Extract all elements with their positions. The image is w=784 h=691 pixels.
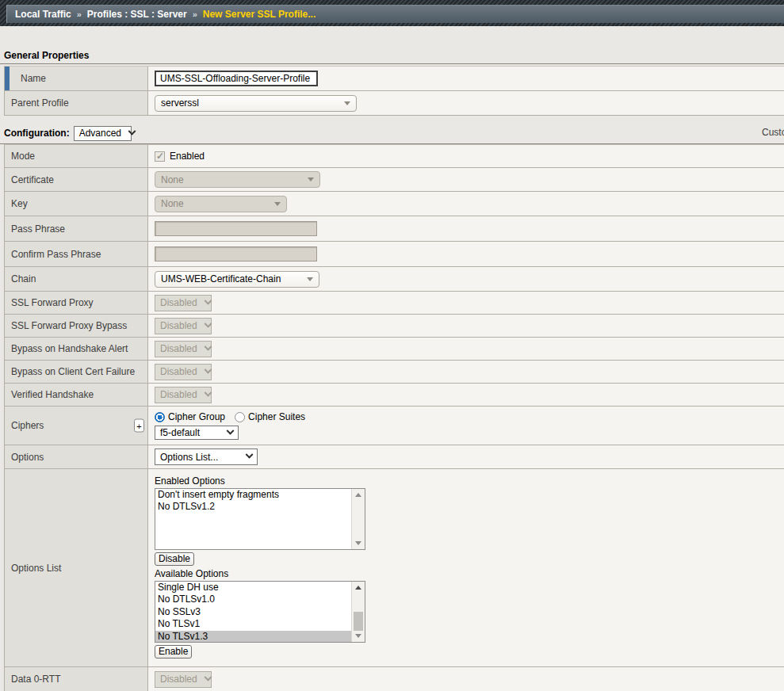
pass-phrase-value-cell — [148, 216, 784, 241]
configuration-table: Mode Enabled Certificate None Key None P… — [4, 144, 784, 691]
options-select[interactable]: Options List... — [155, 449, 258, 465]
chevron-down-icon — [204, 673, 212, 681]
bypass-on-handshake-alert-value: Disabled — [160, 343, 197, 354]
breadcrumb-separator: » — [193, 10, 197, 19]
table-row-options: Options Options List... — [5, 445, 784, 469]
custom-column-header: Custom — [762, 127, 784, 138]
dropdown-caret-icon — [307, 277, 313, 281]
data-0rtt-label: Data 0-RTT — [5, 667, 148, 691]
cipher-group-select[interactable]: f5-default — [155, 426, 239, 440]
table-row-ciphers: Ciphers + Cipher Group Cipher Suites f5-… — [5, 407, 784, 445]
table-row-ssl-forward-proxy: SSL Forward Proxy Disabled — [5, 292, 784, 315]
verified-handshake-label: Verified Handshake — [5, 384, 148, 406]
pass-phrase-label: Pass Phrase — [5, 216, 148, 241]
parent-profile-value-cell: serverssl — [148, 91, 784, 115]
cipher-group-select-value: f5-default — [160, 427, 200, 438]
certificate-dropdown: None — [155, 171, 320, 188]
chain-value-cell: UMS-WEB-Certificate-Chain — [148, 267, 784, 291]
configuration-level-value: Advanced — [79, 128, 121, 139]
scrollbar[interactable] — [351, 582, 365, 642]
chevron-down-icon — [204, 319, 212, 327]
confirm-pass-phrase-label: Confirm Pass Phrase — [5, 242, 148, 266]
list-option[interactable]: No DTLSv1.0 — [155, 594, 351, 606]
ssl-forward-proxy-bypass-value: Disabled — [160, 320, 197, 331]
breadcrumb-separator: » — [77, 10, 82, 19]
enable-button[interactable]: Enable — [155, 645, 192, 659]
certificate-value-cell: None — [148, 168, 784, 191]
options-list-label: Options List — [5, 469, 148, 666]
ssl-forward-proxy-value-cell: Disabled — [148, 292, 784, 314]
scroll-down-icon[interactable] — [352, 537, 365, 549]
options-list-value-cell: Enabled Options Don't insert empty fragm… — [148, 469, 784, 666]
data-0rtt-value-cell: Disabled — [148, 667, 784, 691]
dropdown-caret-icon — [274, 202, 281, 206]
radio-selected-icon — [155, 412, 165, 422]
mode-checkbox — [155, 151, 165, 162]
chevron-down-icon — [204, 342, 212, 350]
table-row-bypass-on-client-cert-failure: Bypass on Client Cert Failure Disabled — [5, 361, 784, 384]
radio-unselected-icon — [235, 412, 245, 422]
options-value-cell: Options List... — [148, 445, 784, 468]
table-row-key: Key None — [5, 192, 784, 216]
scroll-up-icon[interactable] — [352, 489, 365, 501]
name-value-cell — [148, 67, 784, 90]
chevron-down-icon — [246, 451, 254, 459]
chain-dropdown[interactable]: UMS-WEB-Certificate-Chain — [155, 271, 319, 288]
parent-profile-dropdown[interactable]: serverssl — [155, 95, 357, 112]
table-row-bypass-on-handshake-alert: Bypass on Handshake Alert Disabled — [5, 338, 784, 361]
ciphers-value-cell: Cipher Group Cipher Suites f5-default — [148, 407, 784, 445]
cipher-group-radio-label: Cipher Group — [168, 411, 225, 422]
table-row-options-list: Options List Enabled Options Don't inser… — [5, 469, 784, 667]
bypass-on-handshake-alert-select: Disabled — [155, 341, 212, 357]
breadcrumb-current-page: New Server SSL Profile... — [203, 9, 316, 20]
available-options-heading: Available Options — [155, 568, 228, 579]
ciphers-expander-button[interactable]: + — [134, 419, 144, 433]
table-row-pass-phrase: Pass Phrase — [5, 216, 784, 242]
bypass-on-handshake-alert-label: Bypass on Handshake Alert — [5, 338, 148, 360]
list-option[interactable]: No TLSv1 — [155, 618, 351, 631]
name-input[interactable] — [155, 71, 318, 86]
enabled-options-listbox[interactable]: Don't insert empty fragmentsNo DTLSv1.2 — [155, 488, 365, 550]
scrollbar[interactable] — [351, 489, 365, 549]
table-row-parent-profile: Parent Profile serverssl — [5, 91, 784, 116]
table-row-mode: Mode Enabled — [5, 145, 784, 168]
breadcrumb-path[interactable]: Profiles : SSL : Server — [87, 9, 187, 20]
chevron-down-icon — [204, 296, 212, 304]
chevron-down-icon — [128, 127, 136, 135]
scroll-up-icon[interactable] — [352, 582, 365, 594]
verified-handshake-value-cell: Disabled — [148, 384, 784, 406]
key-value-cell: None — [148, 192, 784, 216]
disable-button[interactable]: Disable — [155, 552, 194, 566]
cipher-suites-radio[interactable]: Cipher Suites — [235, 411, 305, 422]
name-label: Name — [5, 67, 148, 90]
table-row-certificate: Certificate None — [5, 168, 784, 192]
dropdown-caret-icon — [308, 178, 314, 181]
configuration-level-select[interactable]: Advanced — [74, 126, 132, 141]
verified-handshake-value: Disabled — [160, 389, 197, 400]
configuration-heading-row: Configuration: Advanced Custom — [0, 123, 784, 144]
chain-label: Chain — [5, 267, 148, 291]
list-option[interactable]: Single DH use — [155, 582, 351, 594]
scrollbar-thumb[interactable] — [354, 612, 363, 631]
key-dropdown: None — [155, 196, 287, 212]
bypass-on-client-cert-failure-select: Disabled — [155, 364, 212, 380]
available-options-listbox[interactable]: Single DH useNo DTLSv1.0No SSLv3No TLSv1… — [155, 581, 365, 643]
mode-value-cell: Enabled — [148, 145, 784, 167]
pass-phrase-input — [155, 221, 317, 236]
parent-profile-label: Parent Profile — [5, 91, 148, 115]
chevron-down-icon — [204, 388, 212, 396]
list-option[interactable]: No DTLSv1.2 — [155, 501, 351, 513]
list-option[interactable]: No SSLv3 — [155, 606, 351, 619]
scroll-down-icon[interactable] — [352, 630, 365, 642]
certificate-dropdown-value: None — [161, 174, 184, 185]
list-option[interactable]: Don't insert empty fragments — [155, 489, 351, 502]
breadcrumb-section[interactable]: Local Traffic — [15, 9, 71, 20]
cipher-suites-radio-label: Cipher Suites — [248, 411, 305, 422]
cipher-group-radio[interactable]: Cipher Group — [155, 411, 225, 422]
ssl-forward-proxy-bypass-select: Disabled — [155, 318, 212, 334]
parent-profile-dropdown-value: serverssl — [161, 97, 199, 109]
chevron-down-icon — [227, 426, 235, 434]
table-row-verified-handshake: Verified Handshake Disabled — [5, 384, 784, 407]
ssl-forward-proxy-select: Disabled — [155, 295, 212, 311]
list-option[interactable]: No TLSv1.3 — [155, 631, 351, 643]
